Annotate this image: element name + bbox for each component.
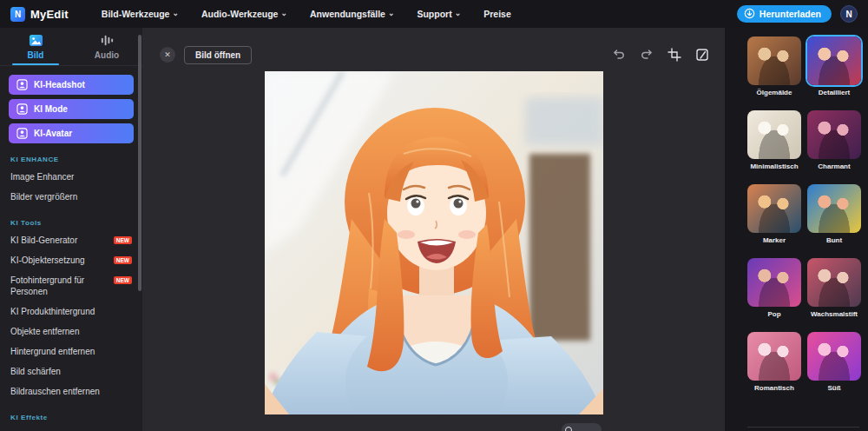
- sidebar-item-label: Bild schärfen: [10, 366, 132, 377]
- sidebar-item-ki-anime-generator[interactable]: KI-Anime-Generator: [9, 425, 134, 431]
- main-menu: Bild-Werkzeuge⌄Audio-Werkzeuge⌄Anwendung…: [102, 9, 511, 19]
- sidebar-item-bildrauschen-entfernen[interactable]: Bildrauschen entfernen: [9, 381, 134, 401]
- ki-mode-button[interactable]: KI Mode: [9, 99, 134, 119]
- sidebar-content: KI-HeadshotKI ModeKI-Avatar KI ENHANCEIm…: [0, 66, 142, 431]
- tab-bild[interactable]: Bild: [0, 28, 71, 65]
- panel-divider: [747, 427, 859, 431]
- edited-photo[interactable]: [265, 71, 603, 414]
- feature-button-label: KI-Headshot: [34, 80, 85, 90]
- menu-item-label: Preise: [483, 9, 511, 19]
- style-thumb-detailliert[interactable]: Detailliert: [807, 36, 861, 96]
- close-button[interactable]: ✕: [160, 47, 175, 63]
- sidebar-item-ki-objektersetzung[interactable]: KI-ObjektersetzungNEW: [9, 250, 134, 270]
- ki-headshot-button[interactable]: KI-Headshot: [9, 75, 134, 95]
- sidebar-item-hintergrund-entfernen[interactable]: Hintergrund entfernen: [9, 341, 134, 361]
- tab-label: Bild: [28, 50, 44, 60]
- fashion-icon: [16, 103, 28, 115]
- style-thumbnail-image: [747, 36, 801, 85]
- menu-item-anwendungsfalle[interactable]: Anwendungsfälle⌄: [310, 9, 394, 19]
- style-thumbnail-image: [807, 332, 861, 381]
- styles-panel: ÖlgemäldeDetailliertMinimalistischCharma…: [725, 28, 868, 431]
- avatar-icon: [16, 128, 28, 139]
- style-label: Pop: [767, 310, 780, 318]
- new-badge: NEW: [114, 236, 132, 244]
- sidebar-item-label: Image Enhancer: [10, 171, 132, 182]
- chevron-down-icon: ⌄: [455, 9, 462, 17]
- tab-label: Audio: [95, 50, 119, 60]
- style-thumbnail-image: [807, 110, 861, 159]
- style-label: Marker: [763, 236, 786, 244]
- chevron-down-icon: ⌄: [280, 9, 287, 17]
- sidebar-item-label: KI-Objektersetzung: [10, 255, 108, 266]
- canvas-toolbar: ✕ Bild öffnen: [142, 28, 725, 70]
- style-thumb-suss[interactable]: Süß: [807, 332, 861, 392]
- sidebar-item-ki-produkthintergrund[interactable]: KI Produkthintergrund: [9, 302, 134, 322]
- section-title-ki-tools: KI Tools: [10, 219, 132, 227]
- chevron-down-icon: ⌄: [388, 9, 395, 17]
- style-label: Minimalistisch: [750, 162, 798, 170]
- style-thumb-wachsmalstift[interactable]: Wachsmalstift: [807, 258, 861, 318]
- editor-canvas: ✕ Bild öffnen: [142, 28, 725, 431]
- style-label: Ölgemälde: [757, 89, 792, 96]
- crop-icon[interactable]: [667, 48, 681, 62]
- style-label: Detailliert: [819, 89, 850, 96]
- open-image-button[interactable]: Bild öffnen: [184, 46, 252, 64]
- style-label: Wachsmalstift: [811, 310, 858, 318]
- sidebar-tabbar: Bild Audio: [0, 28, 142, 66]
- sidebar-item-objekte-entfernen[interactable]: Objekte entfernen: [9, 322, 134, 341]
- menu-item-bild-werkzeuge[interactable]: Bild-Werkzeuge⌄: [102, 9, 179, 19]
- menu-item-label: Audio-Werkzeuge: [201, 9, 278, 19]
- sidebar-item-bilder-vergrossern[interactable]: Bilder vergrößern: [9, 187, 134, 207]
- style-thumb-olgemalde[interactable]: Ölgemälde: [747, 36, 801, 96]
- brand[interactable]: N MyEdit: [10, 7, 69, 22]
- style-label: Bunt: [826, 236, 842, 244]
- menu-item-preise[interactable]: Preise: [483, 9, 511, 19]
- download-button[interactable]: Herunterladen: [737, 5, 832, 23]
- new-badge: NEW: [114, 276, 132, 284]
- history-toolbar: [612, 48, 709, 62]
- edit-style-icon[interactable]: [695, 48, 709, 62]
- style-thumb-bunt[interactable]: Bunt: [807, 184, 861, 244]
- style-thumb-minimalistisch[interactable]: Minimalistisch: [747, 110, 801, 170]
- download-icon: [744, 8, 755, 19]
- left-sidebar: Bild Audio KI-HeadshotKI ModeKI-Avatar K…: [0, 28, 142, 431]
- sidebar-scrollbar[interactable]: [138, 35, 141, 291]
- ki-avatar-button[interactable]: KI-Avatar: [9, 123, 134, 143]
- menu-item-support[interactable]: Support⌄: [417, 9, 461, 19]
- chevron-down-icon: ⌄: [172, 9, 179, 17]
- new-badge: NEW: [114, 256, 132, 264]
- undo-icon[interactable]: [612, 48, 626, 62]
- style-label: Charmant: [818, 162, 850, 170]
- sidebar-item-label: Bilder vergrößern: [10, 191, 132, 202]
- user-avatar[interactable]: N: [840, 5, 858, 23]
- sidebar-item-label: KI Bild-Generator: [10, 235, 108, 246]
- bottom-toolbar-peek[interactable]: [562, 423, 602, 431]
- section-title-ki-enhance: KI ENHANCE: [10, 156, 132, 163]
- sidebar-item-label: Bildrauschen entfernen: [10, 386, 132, 397]
- style-label: Süß: [827, 384, 840, 392]
- sidebar-item-fotohintergrund-fur-personen[interactable]: Fotohintergrund für PersonenNEW: [9, 270, 134, 302]
- sidebar-item-ki-bild-generator[interactable]: KI Bild-GeneratorNEW: [9, 230, 134, 250]
- tab-audio[interactable]: Audio: [71, 28, 142, 65]
- style-thumbnail-image: [807, 36, 861, 85]
- menu-item-audio-werkzeuge[interactable]: Audio-Werkzeuge⌄: [201, 9, 287, 19]
- style-thumb-pop[interactable]: Pop: [747, 258, 801, 318]
- menu-item-label: Anwendungsfälle: [310, 9, 385, 19]
- sidebar-item-image-enhancer[interactable]: Image Enhancer: [9, 167, 134, 187]
- audio-icon: [100, 33, 115, 48]
- style-thumb-romantisch[interactable]: Romantisch: [747, 332, 801, 392]
- style-thumb-marker[interactable]: Marker: [747, 184, 801, 244]
- sidebar-item-bild-scharfen[interactable]: Bild schärfen: [9, 361, 134, 381]
- style-thumbnail-image: [747, 332, 801, 381]
- sidebar-item-label: Objekte entfernen: [10, 326, 132, 337]
- redo-icon[interactable]: [640, 48, 654, 62]
- style-thumbnail-image: [747, 184, 801, 233]
- sidebar-item-label: Hintergrund entfernen: [10, 346, 132, 357]
- style-thumbnail-image: [747, 258, 801, 307]
- style-thumbnail-image: [807, 258, 861, 307]
- image-stage: [142, 71, 725, 414]
- style-thumbnail-grid: ÖlgemäldeDetailliertMinimalistischCharma…: [747, 36, 861, 392]
- zoom-indicator-icon: [565, 427, 572, 431]
- brand-name: MyEdit: [30, 8, 69, 21]
- style-thumb-charmant[interactable]: Charmant: [807, 110, 861, 170]
